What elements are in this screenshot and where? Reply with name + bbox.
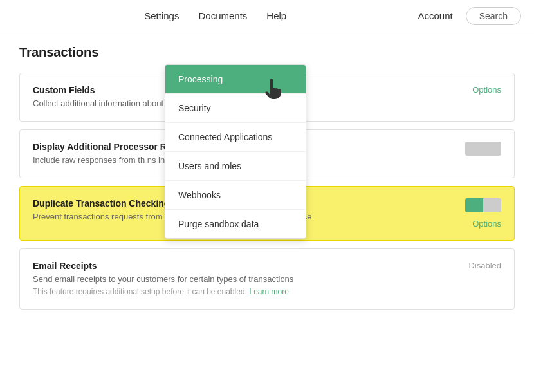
custom-fields-actions: Options [450, 85, 501, 95]
toggle-left-on [465, 198, 483, 212]
duplicate-transaction-options[interactable]: Options [472, 219, 501, 229]
dropdown-menu: Processing Security Connected Applicatio… [165, 64, 306, 239]
nav-account[interactable]: Account [418, 10, 452, 21]
nav-settings[interactable]: Settings [144, 10, 179, 21]
email-receipts-actions: Disabled [450, 261, 501, 270]
email-receipts-status: Disabled [468, 261, 501, 270]
email-receipts-title: Email Receipts [33, 261, 437, 271]
nav-help[interactable]: Help [266, 10, 286, 21]
settings-dropdown: Processing Security Connected Applicatio… [165, 64, 306, 239]
dropdown-item-users-and-roles[interactable]: Users and roles [165, 152, 306, 181]
display-additional-toggle[interactable] [465, 142, 501, 156]
toggle-left [465, 142, 483, 156]
display-additional-actions [450, 142, 501, 156]
dropdown-item-security[interactable]: Security [165, 94, 306, 123]
dropdown-item-webhooks[interactable]: Webhooks [165, 181, 306, 210]
email-receipts-content: Email Receipts Send email receipts to yo… [33, 261, 450, 297]
email-receipts-note: This feature requires additional setup b… [33, 287, 247, 296]
page-title: Transactions [19, 45, 515, 60]
nav-documents[interactable]: Documents [198, 10, 247, 21]
email-receipts-desc: Send email receipts to your customers fo… [33, 274, 437, 297]
toggle-right [483, 142, 501, 156]
email-receipts-section: Email Receipts Send email receipts to yo… [19, 248, 515, 309]
main-content: Transactions Custom Fields Collect addit… [0, 32, 534, 330]
custom-fields-options[interactable]: Options [472, 85, 501, 95]
top-navigation: Settings Documents Help Account Search [0, 0, 534, 32]
duplicate-transaction-toggle[interactable] [465, 198, 501, 212]
dropdown-item-processing[interactable]: Processing [165, 65, 306, 94]
email-receipts-row: Email Receipts Send email receipts to yo… [20, 249, 514, 308]
nav-links: Settings Documents Help [144, 10, 286, 21]
dropdown-item-connected-applications[interactable]: Connected Applications [165, 123, 306, 152]
email-receipts-learn-more[interactable]: Learn more [250, 287, 289, 296]
duplicate-transaction-actions: Options [450, 198, 501, 229]
dropdown-item-purge-sandbox-data[interactable]: Purge sandbox data [165, 210, 306, 238]
toggle-right-off [483, 198, 501, 212]
search-button[interactable]: Search [466, 7, 521, 25]
